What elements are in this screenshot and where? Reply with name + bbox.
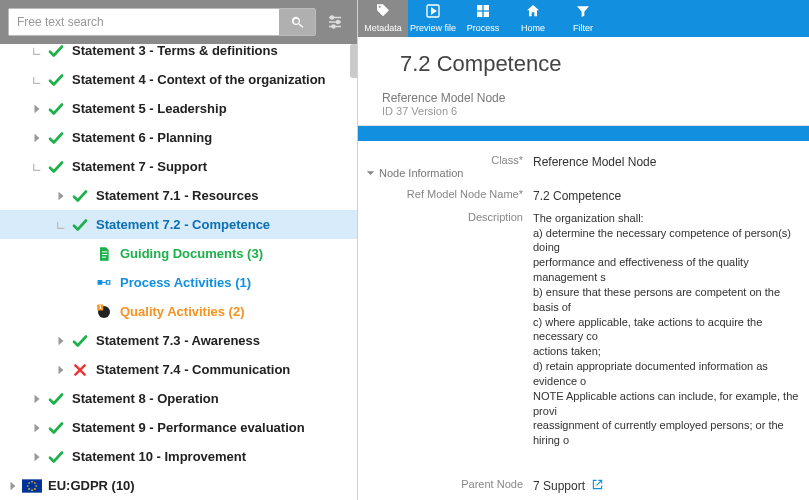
chevron-right-icon[interactable]: [54, 334, 68, 348]
tree-row[interactable]: Statement 5 - Leadership: [0, 94, 357, 123]
tree-row[interactable]: Statement 7 - Support: [0, 152, 357, 181]
prop-value-description: The organization shall:a) determine the …: [533, 211, 809, 449]
svg-point-19: [31, 489, 33, 491]
detail-header: 7.2 Competence Reference Model Node ID 3…: [358, 37, 809, 126]
check-green-icon: [70, 215, 90, 235]
svg-text:1: 1: [99, 304, 102, 310]
tree-label: Statement 7.4 - Communication: [96, 362, 290, 377]
tree-row[interactable]: Statement 10 - Improvement: [0, 442, 357, 471]
tree-row[interactable]: 1Quality Activities (2): [0, 297, 357, 326]
tree-label: Statement 6 - Planning: [72, 130, 212, 145]
prop-label-parent: Parent Node: [358, 478, 533, 494]
scrollbar-handle[interactable]: [350, 44, 357, 78]
check-green-icon: [46, 447, 66, 467]
svg-point-4: [337, 21, 340, 24]
tab-process[interactable]: Process: [458, 0, 508, 37]
tree-row[interactable]: Statement 3 - Terms & definitions: [0, 44, 357, 65]
svg-point-21: [35, 485, 37, 487]
svg-rect-29: [477, 12, 482, 17]
chevron-right-icon[interactable]: [30, 131, 44, 145]
tag-icon: [375, 3, 391, 21]
tab-home[interactable]: Home: [508, 0, 558, 37]
page-title: 7.2 Competence: [400, 51, 785, 77]
prop-label-name: Ref Model Node Name*: [358, 188, 533, 204]
tab-label: Process: [467, 23, 500, 33]
tree-label: Statement 7.2 - Competence: [96, 217, 270, 232]
flow-blue-icon: [94, 273, 114, 293]
header-id-version: ID 37 Version 6: [382, 105, 785, 117]
tree-row[interactable]: Process Activities (1): [0, 268, 357, 297]
prop-value-class: Reference Model Node: [533, 154, 809, 170]
external-link-icon[interactable]: [592, 479, 603, 493]
tree-row[interactable]: Statement 8 - Operation: [0, 384, 357, 413]
tree-row[interactable]: Statement 7.2 - Competence: [0, 210, 357, 239]
tree-label: Process Activities (1): [120, 275, 251, 290]
tree-label: Quality Activities (2): [120, 304, 245, 319]
svg-point-23: [34, 482, 36, 484]
tree-label: Statement 4 - Context of the organizatio…: [72, 72, 326, 87]
tree-corner-icon: [54, 218, 68, 232]
check-green-icon: [46, 128, 66, 148]
check-green-icon: [46, 418, 66, 438]
tab-filter[interactable]: Filter: [558, 0, 608, 37]
svg-point-3: [331, 16, 334, 19]
check-green-icon: [46, 44, 66, 61]
chevron-right-icon[interactable]: [30, 392, 44, 406]
chevron-right-icon[interactable]: [30, 450, 44, 464]
blue-divider: [358, 126, 809, 142]
tree-row[interactable]: Statement 4 - Context of the organizatio…: [0, 65, 357, 94]
section-node-information[interactable]: Node Information: [366, 167, 463, 179]
search-box: [8, 8, 316, 36]
search-filter-button[interactable]: [321, 8, 349, 36]
tree-label: Statement 7.1 - Resources: [96, 188, 259, 203]
chevron-right-icon[interactable]: [54, 189, 68, 203]
tree-corner-icon: [30, 44, 44, 58]
tree-row[interactable]: Guiding Documents (3): [0, 239, 357, 268]
tree-row[interactable]: Statement 7.1 - Resources: [0, 181, 357, 210]
tab-preview-file[interactable]: Preview file: [408, 0, 458, 37]
check-green-icon: [46, 389, 66, 409]
chevron-down-icon: [366, 169, 375, 178]
svg-rect-10: [106, 280, 110, 284]
check-green-icon: [46, 157, 66, 177]
properties: Class* Reference Model Node Node Informa…: [358, 141, 809, 500]
prop-value-parent: 7 Support: [533, 478, 809, 494]
svg-rect-8: [102, 256, 106, 257]
play-icon: [425, 3, 441, 21]
svg-point-20: [27, 485, 29, 487]
svg-rect-9: [98, 280, 102, 284]
tree-label: Statement 3 - Terms & definitions: [72, 44, 278, 58]
tree-corner-icon: [30, 73, 44, 87]
tab-bar: MetadataPreview fileProcessHomeFilter: [358, 0, 809, 37]
eu-flag-icon: [22, 476, 42, 496]
chevron-right-icon[interactable]: [30, 102, 44, 116]
tree-row[interactable]: Statement 6 - Planning: [0, 123, 357, 152]
tab-label: Preview file: [410, 23, 456, 33]
chevron-right-icon[interactable]: [6, 479, 20, 493]
tree-row[interactable]: Statement 9 - Performance evaluation: [0, 413, 357, 442]
tree-label: Statement 8 - Operation: [72, 391, 219, 406]
chevron-right-icon[interactable]: [54, 363, 68, 377]
tab-metadata[interactable]: Metadata: [358, 0, 408, 37]
home-icon: [525, 3, 541, 21]
search-icon: [290, 15, 305, 30]
tree-label: Statement 9 - Performance evaluation: [72, 420, 305, 435]
svg-point-22: [28, 482, 30, 484]
svg-rect-28: [484, 5, 489, 10]
svg-rect-7: [102, 254, 107, 255]
svg-point-25: [34, 488, 36, 490]
search-button[interactable]: [279, 9, 315, 35]
tree-row[interactable]: Statement 7.3 - Awareness: [0, 326, 357, 355]
tree-label: EU:GDPR (10): [48, 478, 135, 493]
tree-label: Statement 7 - Support: [72, 159, 207, 174]
tree-row[interactable]: EU:GDPR (10): [0, 471, 357, 500]
prop-value-name: 7.2 Competence: [533, 188, 809, 204]
search-bar: [0, 0, 357, 44]
tree-row[interactable]: Statement 7.4 - Communication: [0, 355, 357, 384]
check-green-icon: [46, 99, 66, 119]
search-input[interactable]: [9, 9, 279, 35]
tree[interactable]: Statement 3 - Terms & definitionsStateme…: [0, 44, 357, 500]
chevron-right-icon[interactable]: [30, 421, 44, 435]
svg-rect-30: [484, 12, 489, 17]
tab-label: Filter: [573, 23, 593, 33]
